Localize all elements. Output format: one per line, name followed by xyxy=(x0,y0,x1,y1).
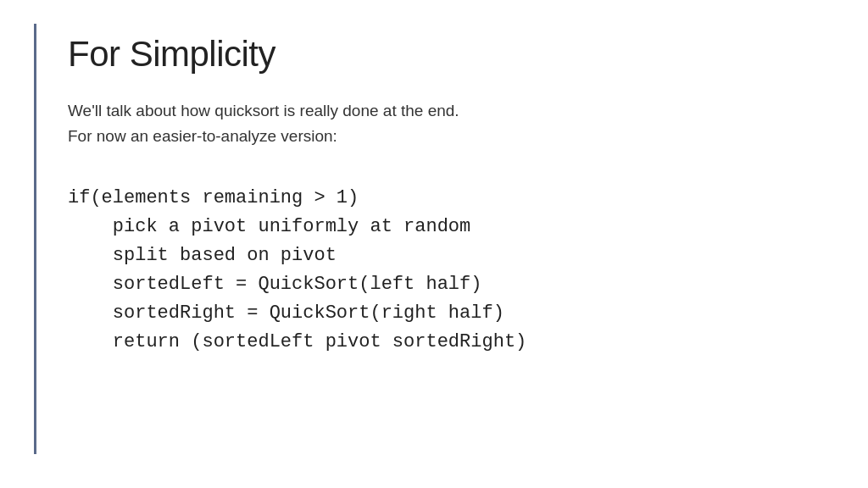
code-block: if(elements remaining > 1) pick a pivot … xyxy=(51,184,817,358)
left-border-accent xyxy=(34,24,36,454)
code-text: if(elements remaining > 1) pick a pivot … xyxy=(68,184,817,358)
subtitle-line-1: We'll talk about how quicksort is really… xyxy=(68,98,817,124)
subtitle-block: We'll talk about how quicksort is really… xyxy=(51,98,817,150)
slide-container: For Simplicity We'll talk about how quic… xyxy=(0,0,868,488)
subtitle-line-2: For now an easier-to-analyze version: xyxy=(68,124,817,149)
slide-title: For Simplicity xyxy=(51,34,817,75)
